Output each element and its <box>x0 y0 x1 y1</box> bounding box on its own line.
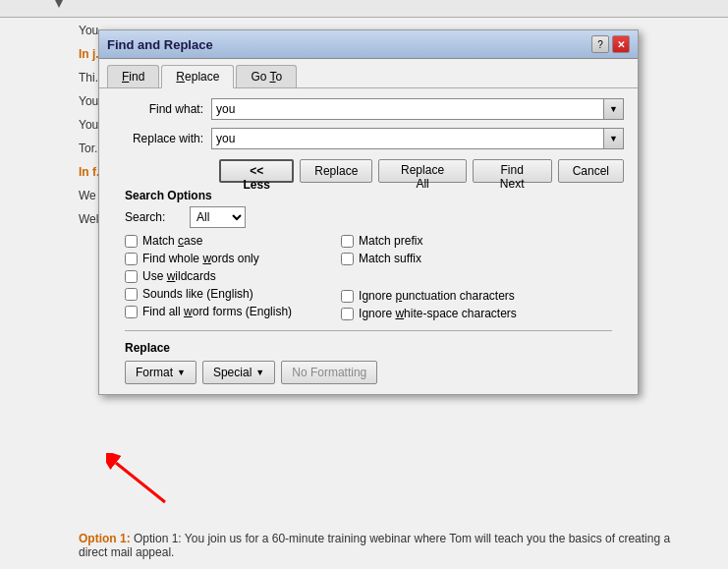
ignore-space-label: Ignore white-space characters <box>359 307 517 320</box>
tab-replace-label: Replace <box>176 70 219 84</box>
match-case-checkbox[interactable] <box>125 235 138 248</box>
word-forms-checkbox[interactable] <box>125 306 138 318</box>
option-label: Option 1: <box>79 532 134 545</box>
wildcards-checkbox[interactable] <box>125 270 138 283</box>
replace-button[interactable]: Replace <box>300 159 372 183</box>
replace-with-row: Replace with: ▼ <box>113 128 624 149</box>
whole-words-checkbox[interactable] <box>125 253 138 265</box>
find-what-row: Find what: ▼ <box>113 98 624 120</box>
tab-find-label: Find <box>122 70 144 84</box>
match-case-row: Match case <box>125 234 292 248</box>
cancel-button[interactable]: Cancel <box>558 159 624 183</box>
tab-goto[interactable]: Go To <box>236 65 297 87</box>
find-next-button[interactable]: Find Next <box>473 159 552 183</box>
match-prefix-label: Match prefix <box>359 234 422 248</box>
wildcards-label: Use wildcards <box>142 269 216 283</box>
sounds-like-checkbox[interactable] <box>125 288 138 301</box>
match-suffix-label: Match suffix <box>359 252 421 265</box>
less-button[interactable]: << Less <box>219 159 294 183</box>
title-bar-controls: ? ✕ <box>591 35 630 53</box>
dialog-body: Find what: ▼ Replace with: ▼ << Less Rep… <box>99 88 638 394</box>
find-what-input[interactable] <box>211 98 604 120</box>
replace-input-wrap: ▼ <box>211 128 624 149</box>
checkboxes-right-column: Match prefix Match suffix Ignore punctua… <box>341 234 517 320</box>
whole-words-row: Find whole words only <box>125 252 292 265</box>
bottom-text-content-1: Option 1: You join us for a 60-minute tr… <box>134 532 670 545</box>
ruler <box>0 0 728 18</box>
ignore-space-row: Ignore white-space characters <box>341 307 517 320</box>
match-suffix-checkbox[interactable] <box>341 253 354 265</box>
tab-replace[interactable]: Replace <box>161 65 234 88</box>
ignore-punct-label: Ignore punctuation characters <box>359 289 515 303</box>
no-formatting-button[interactable]: No Formatting <box>281 361 377 384</box>
find-what-label: Find what: <box>113 102 211 116</box>
sounds-like-row: Sounds like (English) <box>125 287 292 301</box>
ignore-punct-checkbox[interactable] <box>341 290 354 303</box>
tab-bar: Find Replace Go To <box>99 59 638 88</box>
match-suffix-row: Match suffix <box>341 252 517 265</box>
replace-all-button[interactable]: Replace All <box>378 159 466 183</box>
sounds-like-label: Sounds like (English) <box>142 287 253 301</box>
bottom-document-text: Option 1: Option 1: You join us for a 60… <box>79 532 718 559</box>
search-select[interactable]: All Up Down <box>190 206 246 228</box>
word-forms-row: Find all word forms (English) <box>125 305 292 318</box>
replace-dropdown-button[interactable]: ▼ <box>604 128 624 149</box>
special-button[interactable]: Special ▼ <box>202 361 275 384</box>
tab-goto-label: Go To <box>251 70 282 84</box>
format-dropdown-arrow: ▼ <box>177 368 186 377</box>
find-dropdown-button[interactable]: ▼ <box>604 98 624 120</box>
word-forms-label: Find all word forms (English) <box>142 305 292 318</box>
format-button[interactable]: Format ▼ <box>125 361 196 384</box>
match-prefix-checkbox[interactable] <box>341 235 354 248</box>
special-button-label: Special <box>213 366 252 379</box>
bottom-line-1: Option 1: Option 1: You join us for a 60… <box>79 532 718 545</box>
format-button-label: Format <box>136 366 173 379</box>
search-label: Search: <box>125 210 184 224</box>
replace-with-input[interactable] <box>211 128 604 149</box>
match-prefix-row: Match prefix <box>341 234 517 248</box>
ignore-space-checkbox[interactable] <box>341 308 354 320</box>
find-input-wrap: ▼ <box>211 98 624 120</box>
checkboxes-area: Match case Find whole words only Use wil… <box>125 234 624 320</box>
bottom-line-2: direct mail appeal. <box>79 545 718 559</box>
search-selector-row: Search: All Up Down <box>125 206 624 228</box>
replace-format-buttons: Format ▼ Special ▼ No Formatting <box>125 361 624 384</box>
search-options-label: Search Options <box>125 189 624 202</box>
help-button[interactable]: ? <box>591 35 609 53</box>
tab-find[interactable]: Find <box>107 65 159 87</box>
ruler-tab <box>55 0 63 8</box>
whole-words-label: Find whole words only <box>142 252 259 265</box>
match-case-label: Match case <box>142 234 202 248</box>
special-dropdown-arrow: ▼ <box>255 368 264 377</box>
dialog-title-bar: Find and Replace ? ✕ <box>99 30 638 59</box>
wildcards-row: Use wildcards <box>125 269 292 283</box>
replace-with-label: Replace with: <box>113 132 211 145</box>
checkboxes-left-column: Match case Find whole words only Use wil… <box>125 234 292 320</box>
close-button[interactable]: ✕ <box>612 35 630 53</box>
ignore-punct-row: Ignore punctuation characters <box>341 289 517 303</box>
find-replace-dialog: Find and Replace ? ✕ Find Replace Go To … <box>98 29 639 395</box>
dialog-title: Find and Replace <box>107 37 213 52</box>
replace-section-label: Replace <box>125 341 624 355</box>
action-buttons-row: << Less Replace Replace All Find Next Ca… <box>113 159 624 183</box>
section-divider <box>125 330 612 331</box>
